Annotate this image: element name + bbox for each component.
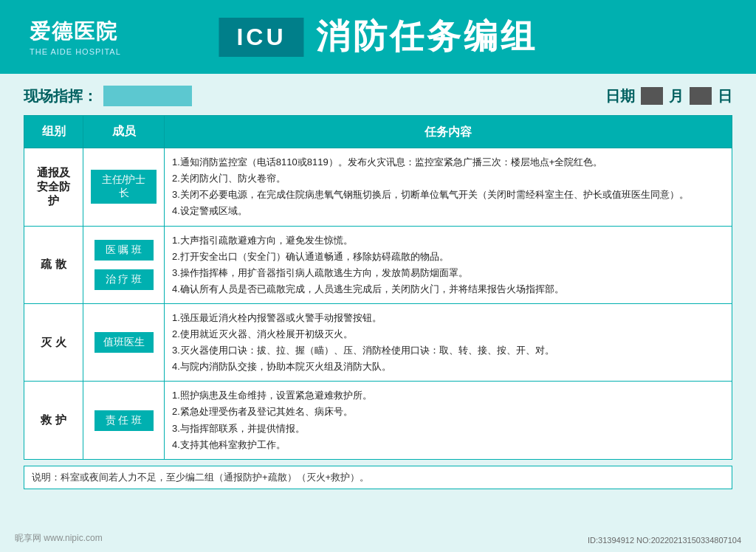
cell-group: 灭 火	[24, 303, 83, 381]
main-table: 组别 成员 任务内容 通报及 安全防护主任/护士长1.通知消防监控室（电话811…	[24, 115, 732, 460]
month-label: 月	[669, 86, 684, 106]
cell-task: 1.照护病患及生命维持，设置紧急避难救护所。2.紧急处理受伤者及登记其姓名、病床…	[165, 382, 732, 459]
table-row: 通报及 安全防护主任/护士长1.通知消防监控室（电话8110或8119）。发布火…	[24, 148, 732, 226]
page-wrapper: 爱德医院 THE AIDE HOSPITAL ICU 消防任务编组 现场指挥： …	[0, 0, 756, 552]
footer-note-text: 说明：科室或夜间若人力不足，至少编二组（通报防护+疏散）（灭火+救护）。	[32, 472, 369, 483]
day-label: 日	[718, 86, 732, 106]
task-item: 4.与院内消防队交接，协助本院灭火组及消防大队。	[172, 359, 724, 375]
member-badge: 治 疗 班	[94, 269, 154, 290]
id-info: ID:31394912 NO:20220213150334807104	[588, 536, 741, 545]
watermark: 昵享网 www.nipic.com	[15, 532, 103, 545]
task-item: 3.操作指挥棒，用扩音器指引病人疏散逃生方向，发放简易防烟面罩。	[172, 265, 724, 281]
day-box[interactable]	[690, 87, 712, 105]
header-center: ICU 消防任务编组	[219, 14, 537, 60]
task-item: 2.使用就近灭火器、消火栓展开初级灭火。	[172, 326, 724, 342]
logo-area: 爱德医院 THE AIDE HOSPITAL	[30, 18, 121, 56]
cell-task: 1.大声指引疏散避难方向，避免发生惊慌。2.打开安全出口（安全门）确认通道畅通，…	[165, 226, 732, 303]
table-header-row: 组别 成员 任务内容	[24, 116, 732, 148]
watermark-logo: 昵享网 www.nipic.com	[15, 532, 103, 545]
cell-member: 医 嘱 班治 疗 班	[83, 226, 165, 303]
task-item: 4.设定警戒区域。	[172, 203, 724, 219]
task-item: 2.关闭防火门、防火卷帘。	[172, 170, 724, 187]
cell-member: 值班医生	[83, 303, 165, 381]
cell-member: 主任/护士长	[83, 148, 165, 226]
task-item: 4.支持其他科室救护工作。	[172, 437, 724, 453]
main-title: 消防任务编组	[316, 14, 537, 60]
field-right: 日期 月 日	[605, 86, 732, 106]
member-badge: 医 嘱 班	[94, 240, 154, 261]
task-item: 1.照护病患及生命维持，设置紧急避难救护所。	[172, 387, 724, 404]
icu-badge: ICU	[219, 18, 303, 57]
table-row: 灭 火值班医生1.强压最近消火栓内报警器或火警手动报警按钮。2.使用就近灭火器、…	[24, 303, 732, 381]
cell-task: 1.通知消防监控室（电话8110或8119）。发布火灾讯息：监控室紧急广播三次：…	[165, 148, 732, 226]
task-item: 1.通知消防监控室（电话8110或8119）。发布火灾讯息：监控室紧急广播三次：…	[172, 154, 724, 170]
cell-group: 疏 散	[24, 226, 83, 303]
header: 爱德医院 THE AIDE HOSPITAL ICU 消防任务编组	[0, 0, 756, 74]
cell-group: 通报及 安全防护	[24, 148, 83, 226]
task-item: 3.灭火器使用口诀：拔、拉、握（瞄）、压、消防栓使用口诀：取、转、接、按、开、对…	[172, 342, 724, 359]
task-item: 4.确认所有人员是否已疏散完成，人员逃生完成后，关闭防火门，并将结果报告火场指挥…	[172, 281, 724, 297]
task-item: 3.与指挥部联系，并提供情报。	[172, 421, 724, 437]
task-item: 1.大声指引疏散避难方向，避免发生惊慌。	[172, 232, 724, 249]
task-item: 2.紧急处理受伤者及登记其姓名、病床号。	[172, 404, 724, 420]
cell-group: 救 护	[24, 382, 83, 459]
logo-name: 爱德医院	[30, 18, 121, 46]
month-box[interactable]	[641, 87, 663, 105]
member-badge: 值班医生	[94, 332, 154, 353]
field-left: 现场指挥：	[24, 86, 192, 106]
content: 现场指挥： 日期 月 日 组别 成员 任务内容 通报及 安全防护主任/护士	[0, 74, 756, 498]
logo-en: THE AIDE HOSPITAL	[30, 47, 121, 56]
th-group: 组别	[24, 116, 83, 148]
task-item: 3.关闭不必要电源，在完成住院病患氧气钢瓶切换后，切断单位氧气开关（关闭时需经科…	[172, 187, 724, 203]
cell-task: 1.强压最近消火栓内报警器或火警手动报警按钮。2.使用就近灭火器、消火栓展开初级…	[165, 303, 732, 381]
member-badge: 责 任 班	[94, 410, 154, 431]
footer-note: 说明：科室或夜间若人力不足，至少编二组（通报防护+疏散）（灭火+救护）。	[24, 466, 732, 489]
table-row: 疏 散医 嘱 班治 疗 班1.大声指引疏散避难方向，避免发生惊慌。2.打开安全出…	[24, 226, 732, 303]
th-member: 成员	[83, 116, 165, 148]
th-task: 任务内容	[165, 116, 732, 148]
commander-label: 现场指挥：	[24, 86, 97, 106]
commander-value-box[interactable]	[103, 86, 192, 106]
task-item: 1.强压最近消火栓内报警器或火警手动报警按钮。	[172, 310, 724, 326]
field-row: 现场指挥： 日期 月 日	[24, 86, 732, 106]
cell-member: 责 任 班	[83, 382, 165, 459]
date-label: 日期	[605, 86, 635, 106]
table-row: 救 护责 任 班1.照护病患及生命维持，设置紧急避难救护所。2.紧急处理受伤者及…	[24, 382, 732, 459]
member-badge: 主任/护士长	[91, 170, 157, 204]
task-item: 2.打开安全出口（安全门）确认通道畅通，移除妨碍疏散的物品。	[172, 249, 724, 265]
